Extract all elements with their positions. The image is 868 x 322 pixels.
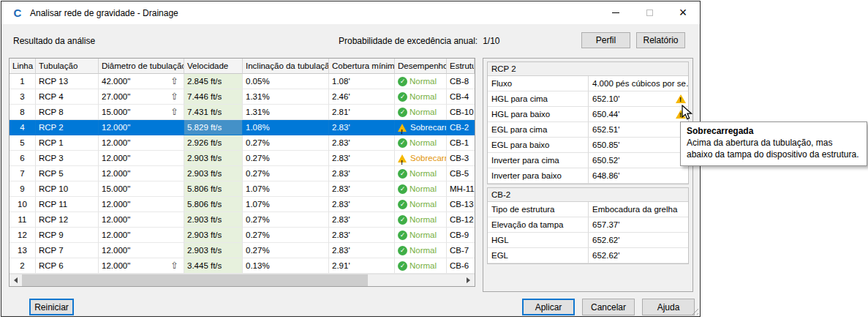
cell-cobertura-minima: 2.83' (329, 120, 395, 135)
property-row: Tipo de estrutura Embocadura da grelha (488, 202, 688, 217)
warning-triangle-icon (398, 123, 408, 132)
diameter-value: 12.000" (102, 197, 130, 211)
report-button[interactable]: Relatório (636, 32, 685, 48)
table-row[interactable]: 7 RCP 5 12.000" 2.903 ft/s 0.27% 2.83' N… (10, 166, 475, 181)
cell-inclinacao: 0.13% (243, 258, 329, 274)
cell-cobertura-minima: 2.83' (329, 166, 395, 181)
help-button[interactable]: Ajuda (642, 299, 695, 315)
cell-cobertura-minima: 2.83' (329, 135, 395, 151)
cell-diametro: 12.000" (99, 243, 184, 258)
horizontal-scrollbar[interactable] (10, 274, 475, 286)
status-label: Normal (410, 181, 437, 196)
cell-cobertura-minima: 2.83' (329, 181, 395, 197)
property-value: Embocadura da grelha (589, 202, 688, 217)
property-value: 652.62' (589, 248, 688, 263)
table-row[interactable]: 8 RCP 8 15.000" 7.431 ft/s 1.31% 2.81' N… (10, 105, 475, 120)
property-row: EGL 652.62' (488, 248, 688, 263)
cell-cobertura-minima: 1.08' (329, 74, 395, 89)
maximize-button (633, 1, 666, 23)
scrollbar-thumb[interactable] (22, 274, 368, 286)
status-label: Normal (410, 197, 437, 211)
scroll-left-button[interactable] (10, 274, 22, 286)
table-row[interactable]: 3 RCP 4 27.000" 7.446 ft/s 1.31% 2.46' N… (10, 89, 475, 105)
cell-desempenho: Normal (395, 228, 447, 243)
diameter-value: 27.000" (102, 89, 130, 104)
property-row: Inverter para cima 650.52' (488, 153, 688, 168)
cell-estrutura: CB-13 (447, 197, 475, 212)
cell-diametro: 12.000" (99, 212, 184, 228)
property-label: HGL para cima (488, 91, 589, 107)
profile-button[interactable]: Perfil (581, 32, 630, 48)
cell-velocidade: 2.903 ft/s (184, 228, 243, 243)
cell-tubulacao: RCP 3 (36, 151, 99, 166)
column-header[interactable]: Tubulação (36, 59, 99, 74)
minimize-button[interactable] (599, 1, 633, 23)
table-row[interactable]: 9 RCP 10 15.000" 5.806 ft/s 1.07% 2.83' … (10, 181, 475, 197)
property-value: 648.86' (589, 168, 688, 184)
column-header[interactable]: Velocidade (184, 59, 243, 74)
property-row: Fluxo 4.000 pés cúbicos por se… (488, 76, 688, 91)
property-label: Elevação da tampa (488, 217, 589, 233)
cell-estrutura: CB-8 (447, 74, 475, 89)
column-header[interactable]: Cobertura mínima (329, 59, 395, 74)
table-row[interactable]: 2 RCP 6 12.000" 3.445 ft/s 0.13% 2.91' N… (10, 258, 475, 274)
status-label: Normal (410, 228, 437, 242)
property-row: Inverter para baixo 648.86' (488, 168, 688, 184)
warning-triangle-icon[interactable] (676, 94, 686, 104)
window-controls (599, 1, 700, 23)
cell-tubulacao: RCP 11 (36, 197, 99, 212)
cell-velocidade: 2.903 ft/s (184, 212, 243, 228)
up-arrow-icon (170, 89, 178, 104)
probability-value: 1/10 (483, 36, 499, 46)
table-row[interactable]: 6 RCP 3 12.000" 2.903 ft/s 0.27% 2.83' S… (10, 151, 475, 166)
table-row[interactable]: 5 RCP 1 12.000" 2.926 ft/s 0.27% 2.83' N… (10, 135, 475, 151)
cell-cobertura-minima: 2.91' (329, 258, 395, 274)
cell-linha: 10 (10, 197, 36, 212)
cell-diametro: 12.000" (99, 120, 184, 135)
status-label: Normal (410, 212, 437, 227)
column-header[interactable]: Inclinação da tubulação (243, 59, 329, 74)
property-label: Fluxo (488, 76, 589, 91)
cell-linha: 12 (10, 228, 36, 243)
cell-linha: 1 (10, 74, 36, 89)
probability-label: Probabilidade de excedência anual: (339, 36, 478, 46)
reset-button[interactable]: Reiniciar (29, 299, 74, 315)
table-row[interactable]: 13 RCP 7 12.000" 2.903 ft/s 0.27% 2.83' … (10, 243, 475, 258)
cell-cobertura-minima: 2.83' (329, 243, 395, 258)
cell-desempenho: Normal (395, 212, 447, 228)
column-header[interactable]: Desempenho (395, 59, 447, 74)
cell-diametro: 15.000" (99, 105, 184, 120)
table-row[interactable]: 4 RCP 2 12.000" 5.829 ft/s 1.08% 2.83' S… (10, 120, 475, 135)
check-circle-icon (398, 138, 407, 148)
cell-inclinacao: 0.05% (243, 74, 329, 89)
column-header[interactable]: Diâmetro de tubulação (99, 59, 184, 74)
cell-diametro: 12.000" (99, 151, 184, 166)
cell-linha: 9 (10, 181, 36, 197)
scroll-right-button[interactable] (462, 274, 475, 286)
status-label: Normal (410, 135, 437, 150)
title-bar[interactable]: C Analisar rede de gravidade - Drainage (1, 1, 700, 24)
cell-velocidade: 2.903 ft/s (184, 166, 243, 181)
structure-rows: Tipo de estrutura Embocadura da grelha E… (488, 202, 688, 263)
property-value: 652.51' (589, 122, 688, 138)
up-arrow-icon (170, 74, 178, 89)
details-panel: RCP 2 Fluxo 4.000 pés cúbicos por se… HG… (483, 58, 693, 292)
cell-diametro: 12.000" (99, 258, 184, 274)
column-header[interactable]: Estrutura (447, 59, 475, 74)
column-header[interactable]: Linha (10, 59, 36, 74)
cell-tubulacao: RCP 4 (36, 89, 99, 105)
property-row: HGL para baixo 650.44' (488, 107, 688, 122)
pipe-rows: Fluxo 4.000 pés cúbicos por se… HGL para… (488, 76, 688, 184)
apply-button[interactable]: Aplicar (522, 299, 575, 315)
table-row[interactable]: 10 RCP 11 12.000" 5.806 ft/s 1.07% 2.83'… (10, 197, 475, 212)
cancel-button[interactable]: Cancelar (582, 299, 635, 315)
property-label: EGL para baixo (488, 138, 589, 153)
property-row: EGL para cima 652.51' (488, 122, 688, 138)
table-row[interactable]: 11 RCP 12 12.000" 2.903 ft/s 0.27% 2.83'… (10, 212, 475, 228)
close-button[interactable] (666, 1, 700, 23)
table-row[interactable]: 12 RCP 9 12.000" 2.903 ft/s 0.27% 2.83' … (10, 228, 475, 243)
cell-linha: 3 (10, 89, 36, 105)
table-row[interactable]: 1 RCP 13 42.000" 2.845 ft/s 0.05% 1.08' … (10, 74, 475, 89)
cell-linha: 13 (10, 243, 36, 258)
cell-estrutura: CB-3 (447, 151, 475, 166)
